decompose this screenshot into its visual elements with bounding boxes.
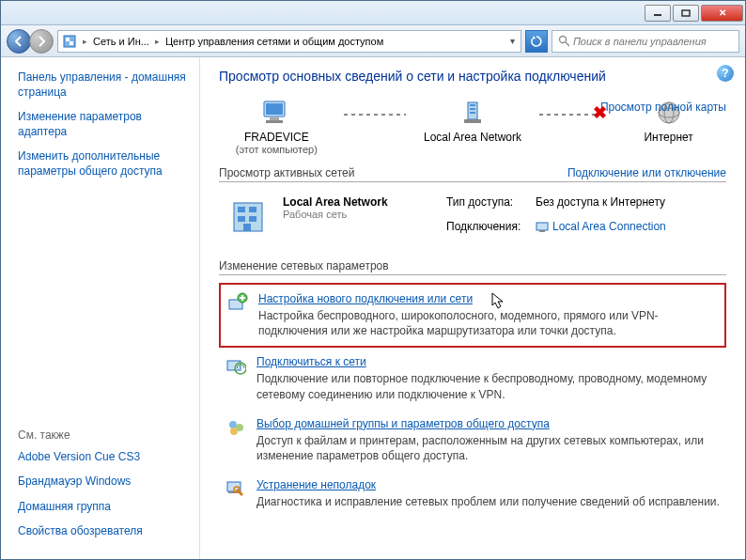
- body: Панель управления - домашняя страница Из…: [1, 57, 745, 559]
- svg-rect-9: [270, 117, 279, 120]
- sidebar-see-also: См. также Adobe Version Cue CS3 Брандмау…: [18, 421, 190, 550]
- map-network-label: Local Area Network: [424, 131, 521, 144]
- svg-rect-4: [70, 41, 73, 45]
- svg-rect-14: [470, 112, 475, 114]
- navbar: ▸ Сеть и Ин... ▸ Центр управления сетями…: [1, 25, 745, 57]
- chevron-right-icon: ▸: [81, 37, 89, 46]
- task-homegroup[interactable]: Выбор домашней группы и параметров общег…: [219, 410, 726, 471]
- sidebar-link-adapter[interactable]: Изменение параметров адаптера: [18, 110, 190, 139]
- task-desc: Доступ к файлам и принтерам, расположенн…: [256, 433, 721, 463]
- svg-rect-15: [464, 119, 481, 123]
- monitor-icon: [536, 222, 549, 233]
- map-computer: FRADEVICE (этот компьютер): [219, 97, 334, 155]
- help-icon[interactable]: ?: [717, 65, 734, 82]
- network-type: Рабочая сеть: [283, 209, 433, 220]
- change-settings-title: Изменение сетевых параметров: [219, 259, 389, 272]
- svg-rect-24: [243, 224, 251, 231]
- active-networks-title: Просмотр активных сетей: [219, 166, 354, 179]
- map-network: Local Area Network: [415, 97, 531, 144]
- task-link[interactable]: Устранение неполадок: [256, 478, 376, 491]
- network-info: Local Area Network Рабочая сеть: [283, 195, 433, 239]
- network-icon: [458, 97, 487, 129]
- page-title: Просмотр основных сведений о сети и наст…: [219, 69, 726, 84]
- refresh-button[interactable]: [525, 30, 548, 53]
- main-panel: ? Просмотр основных сведений о сети и на…: [200, 57, 745, 559]
- task-link[interactable]: Настройка нового подключения или сети: [258, 292, 473, 305]
- svg-rect-8: [266, 103, 283, 115]
- svg-rect-1: [682, 10, 690, 16]
- active-network-row: Local Area Network Рабочая сеть Тип дост…: [219, 190, 726, 248]
- tasks-list: Настройка нового подключения или сети На…: [219, 283, 726, 517]
- svg-rect-25: [536, 223, 548, 230]
- network-details: Тип доступа: Без доступа к Интернету Под…: [446, 195, 726, 239]
- sidebar-link-firewall[interactable]: Брандмауэр Windows: [18, 474, 190, 490]
- sidebar-link-sharing[interactable]: Изменить дополнительные параметры общего…: [18, 149, 190, 179]
- address-bar[interactable]: ▸ Сеть и Ин... ▸ Центр управления сетями…: [57, 30, 521, 53]
- svg-rect-29: [227, 361, 241, 370]
- task-troubleshoot[interactable]: Устранение неполадок Диагностика и испра…: [219, 471, 726, 517]
- troubleshoot-icon: [225, 478, 247, 499]
- svg-rect-21: [249, 207, 256, 212]
- breadcrumb-network[interactable]: Сеть и Ин...: [89, 36, 153, 47]
- svg-rect-26: [539, 230, 545, 232]
- task-desc: Настройка беспроводного, широкополосного…: [258, 308, 719, 338]
- map-line-1: [344, 114, 406, 116]
- svg-line-6: [566, 42, 569, 46]
- sidebar: Панель управления - домашняя страница Из…: [1, 57, 200, 559]
- svg-rect-23: [249, 216, 256, 222]
- svg-rect-3: [66, 38, 70, 41]
- search-box[interactable]: [552, 30, 739, 53]
- search-input[interactable]: [573, 36, 733, 47]
- computer-icon: [260, 97, 292, 129]
- new-connection-icon: [226, 292, 249, 313]
- access-type-value: Без доступа к Интернету: [536, 195, 726, 214]
- task-link[interactable]: Выбор домашней группы и параметров общег…: [256, 417, 550, 430]
- sidebar-links: Панель управления - домашняя страница Из…: [18, 70, 190, 190]
- svg-rect-0: [654, 14, 661, 16]
- task-new-connection[interactable]: Настройка нового подключения или сети На…: [219, 283, 726, 348]
- see-also-heading: См. также: [18, 428, 190, 442]
- network-name: Local Area Network: [283, 195, 433, 209]
- map-computer-sublabel: (этот компьютер): [236, 144, 318, 155]
- active-networks-header: Просмотр активных сетей Подключение или …: [219, 166, 726, 182]
- address-dropdown[interactable]: ▾: [505, 36, 521, 46]
- connection-link[interactable]: Local Area Connection: [552, 220, 666, 233]
- window: ✕ ▸ Сеть и Ин... ▸ Центр управления сетя…: [0, 0, 746, 560]
- breadcrumb-sharing-center[interactable]: Центр управления сетями и общим доступом: [162, 36, 387, 47]
- forward-button[interactable]: [29, 29, 54, 54]
- map-line-2: ✖: [539, 114, 601, 116]
- task-link[interactable]: Подключиться к сети: [256, 355, 366, 368]
- svg-rect-13: [470, 108, 475, 110]
- map-internet-label: Интернет: [644, 131, 692, 144]
- sidebar-link-homegroup[interactable]: Домашняя группа: [18, 500, 190, 515]
- connection-failed-icon: ✖: [593, 102, 607, 123]
- sidebar-link-home[interactable]: Панель управления - домашняя страница: [18, 70, 190, 100]
- homegroup-icon: [225, 417, 247, 438]
- task-desc: Диагностика и исправление сетевых пробле…: [256, 494, 720, 509]
- nav-buttons: [7, 29, 54, 54]
- connect-disconnect-link[interactable]: Подключение или отключение: [567, 166, 726, 179]
- maximize-button[interactable]: [673, 5, 699, 22]
- back-button[interactable]: [7, 29, 31, 54]
- control-panel-icon: [58, 34, 81, 49]
- task-connect[interactable]: Подключиться к сети Подключение или повт…: [219, 348, 726, 409]
- chevron-right-icon: ▸: [153, 37, 162, 46]
- sidebar-link-browser-props[interactable]: Свойства обозревателя: [18, 524, 190, 539]
- titlebar: ✕: [1, 1, 745, 25]
- svg-point-31: [229, 421, 237, 428]
- network-map: Просмотр полной карты FRADEVICE (этот ко…: [219, 97, 726, 155]
- svg-rect-22: [238, 216, 245, 222]
- connection-label: Подключения:: [446, 220, 536, 239]
- svg-point-33: [230, 428, 238, 435]
- svg-point-5: [560, 37, 567, 43]
- sidebar-link-adobe[interactable]: Adobe Version Cue CS3: [18, 450, 190, 465]
- change-settings-header: Изменение сетевых параметров: [219, 259, 726, 275]
- close-button[interactable]: ✕: [701, 5, 743, 22]
- minimize-button[interactable]: [645, 5, 671, 22]
- svg-rect-10: [266, 120, 283, 123]
- full-map-link[interactable]: Просмотр полной карты: [600, 101, 726, 114]
- svg-rect-12: [470, 104, 475, 106]
- task-desc: Подключение или повторное подключение к …: [256, 371, 721, 401]
- svg-rect-20: [238, 207, 245, 212]
- network-office-icon: [226, 195, 270, 239]
